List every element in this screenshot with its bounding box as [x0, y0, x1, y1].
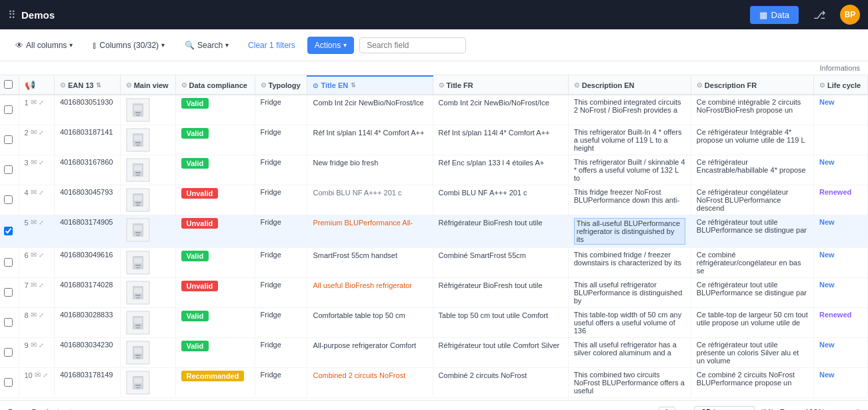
row-checkbox[interactable] [4, 227, 13, 235]
desc-fr-cell: Ce réfrigérateur tout utile BLUPerforman… [691, 215, 813, 248]
row-checkbox-cell[interactable] [0, 308, 19, 338]
lifecycle-cell: New [813, 368, 867, 398]
email-icon[interactable]: ✉ [31, 341, 37, 349]
svg-rect-34 [136, 297, 140, 299]
footer-tab[interactable]: Demo Products [8, 408, 63, 411]
expand-icon[interactable]: ⤢ [39, 342, 44, 349]
row-num-cell: 5 ✉ ⤢ [19, 215, 54, 248]
row-checkbox-cell[interactable] [0, 125, 19, 155]
row-checkbox-cell[interactable] [0, 215, 19, 248]
ean13-cell: 4016803028833 [54, 308, 120, 338]
eye-icon: 👁 [15, 41, 23, 50]
svg-rect-3 [135, 112, 141, 113]
expand-icon[interactable]: ⤢ [39, 312, 44, 319]
email-icon[interactable]: ✉ [35, 371, 41, 379]
row-checkbox-cell[interactable] [0, 185, 19, 215]
expand-icon[interactable]: ⤢ [39, 282, 44, 289]
row-checkbox-cell[interactable] [0, 278, 19, 308]
row-checkbox-cell[interactable] [0, 248, 19, 278]
row-checkbox[interactable] [4, 135, 13, 144]
avatar[interactable]: BP [840, 5, 860, 25]
compliance-badge: Unvalid [181, 188, 219, 199]
expand-icon[interactable]: ⤢ [39, 189, 44, 196]
email-icon[interactable]: ✉ [31, 218, 37, 227]
thumb-img [127, 252, 149, 273]
gear-icon[interactable]: ⚙ [67, 408, 75, 411]
org-nav-button[interactable]: ⎇ [804, 5, 835, 25]
expand-icon[interactable]: ⤢ [39, 99, 44, 106]
product-thumb [126, 311, 150, 335]
email-icon[interactable]: ✉ [31, 281, 37, 289]
thumb-img [127, 312, 149, 333]
desc-en-cell: This refrigerator Built-In 4 * offers a … [568, 125, 691, 155]
th-title-en: ⊙ Title EN ⇅ [307, 76, 433, 95]
typology-cell: Fridge [255, 248, 307, 278]
desc-en-cell: This all useful refrigerator BLUPerforma… [568, 278, 691, 308]
main-view-cell [120, 185, 175, 215]
expand-icon[interactable]: ⤢ [39, 252, 44, 259]
row-checkbox[interactable] [4, 165, 13, 174]
desc-en-cell: This fridge freezer NoFrost BLUPerforman… [568, 185, 691, 215]
next-page-button[interactable]: › [681, 406, 689, 411]
th-ean13: ⊙ EAN 13 ⇅ [54, 76, 120, 95]
expand-icon[interactable]: ⤢ [43, 372, 48, 379]
row-checkbox-cell[interactable] [0, 95, 19, 125]
ean13-cell: 4016803034230 [54, 338, 120, 368]
row-checkbox-cell[interactable] [0, 368, 19, 398]
th-filter-icon: ⊙ [181, 81, 187, 89]
columns-button[interactable]: ⫿ Columns (30/32) ▾ [85, 37, 172, 54]
email-icon[interactable]: ✉ [31, 98, 37, 107]
table-row: 9 ✉ ⤢ 4016803034230 Valid Fridge All-pur… [0, 338, 868, 368]
row-checkbox-cell[interactable] [0, 338, 19, 368]
email-icon[interactable]: ✉ [31, 128, 37, 137]
title-fr-cell: Combiné 2 circuits NoFrost [433, 368, 568, 398]
title-fr-cell: Réfrigérateur BioFresh tout utile [433, 278, 568, 308]
email-icon[interactable]: ✉ [31, 251, 37, 259]
row-checkbox[interactable] [4, 318, 13, 327]
row-checkbox[interactable] [4, 378, 13, 387]
email-icon[interactable]: ✉ [31, 158, 37, 167]
data-nav-button[interactable]: ▦ Data [750, 6, 799, 24]
title-fr-cell: Combi BLU NF A+++ 201 c [433, 185, 568, 215]
clear-filters-button[interactable]: Clear 1 filters [241, 37, 302, 53]
main-view-cell [120, 338, 175, 368]
table-row: 1 ✉ ⤢ 4016803051930 Valid Fridge Comb In… [0, 95, 868, 125]
compliance-badge: Valid [181, 128, 209, 139]
title-fr-cell: Comb Int 2cir NewBio/NoFrost/Ice [433, 95, 568, 125]
title-fr-cell: Réf Int s/plan 114l 4* Comfort A++ [433, 125, 568, 155]
zoom-out-button[interactable]: − [831, 407, 836, 411]
typology-cell: Fridge [255, 278, 307, 308]
row-checkbox[interactable] [4, 348, 13, 357]
per-page-select[interactable]: 25 / page 50 / page 100 / page [694, 406, 755, 411]
zoom-reset-button[interactable]: ↺ [852, 407, 860, 411]
svg-rect-9 [136, 145, 140, 146]
row-checkbox-cell[interactable] [0, 155, 19, 185]
lifecycle-cell: New [813, 215, 867, 248]
all-columns-button[interactable]: 👁 All columns ▾ [8, 37, 80, 54]
actions-button[interactable]: Actions ▾ [307, 37, 354, 54]
prev-page-button[interactable]: ‹ [645, 406, 653, 411]
title-fr-cell: Réfrigérateur BioFresh tout utile [433, 215, 568, 248]
email-icon[interactable]: ✉ [31, 311, 37, 319]
table-container[interactable]: 📢 ⊙ EAN 13 ⇅ ⊙ Main view [0, 75, 868, 400]
row-checkbox[interactable] [4, 105, 13, 114]
thumb-img [127, 99, 149, 121]
th-select-all[interactable] [0, 76, 19, 95]
expand-icon[interactable]: ⤢ [39, 129, 44, 136]
current-page[interactable]: 1 [659, 407, 675, 411]
compliance-cell: Valid [175, 95, 255, 125]
compliance-badge: Valid [181, 158, 209, 169]
row-checkbox[interactable] [4, 288, 13, 297]
table-row: 10 ✉ ⤢ 4016803178149 Recommanded Fridge … [0, 368, 868, 398]
chevron-down-icon: ▾ [69, 41, 73, 49]
expand-icon[interactable]: ⤢ [39, 219, 44, 226]
search-field-input[interactable] [359, 37, 466, 53]
ean13-cell: 4016803045793 [54, 185, 120, 215]
email-icon[interactable]: ✉ [31, 188, 37, 197]
row-checkbox[interactable] [4, 258, 13, 267]
expand-icon[interactable]: ⤢ [39, 159, 44, 166]
zoom-in-button[interactable]: + [841, 407, 847, 411]
select-all-checkbox[interactable] [4, 80, 13, 89]
row-checkbox[interactable] [4, 195, 13, 204]
search-button[interactable]: 🔍 Search ▾ [177, 37, 236, 54]
